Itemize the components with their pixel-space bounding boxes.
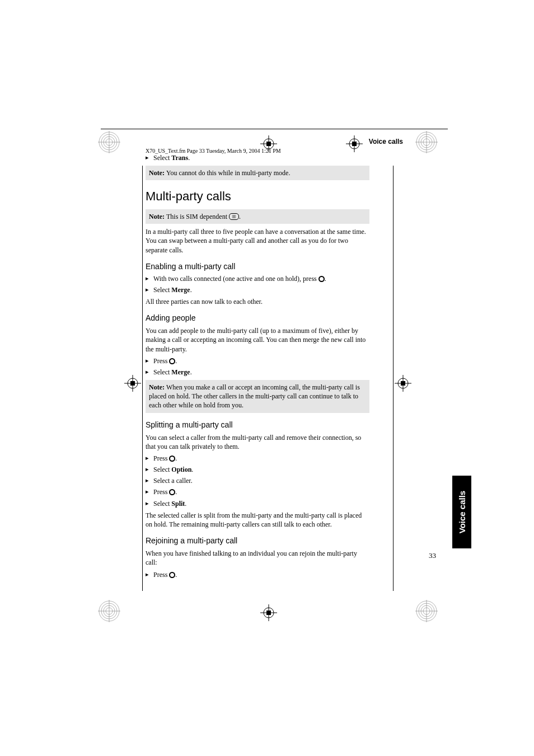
list-item: Select a caller. — [146, 476, 369, 485]
list-item: Select Option. — [146, 465, 369, 474]
list-item: Select Merge. — [146, 368, 369, 377]
list-item: Select Merge. — [146, 285, 369, 294]
list-item: Press . — [146, 570, 369, 579]
nav-key-icon — [169, 358, 175, 364]
heading-multi-party: Multi-party calls — [146, 188, 369, 205]
heading-splitting: Splitting a multi-party call — [146, 420, 369, 430]
paragraph: All three parties can now talk to each o… — [146, 297, 369, 306]
paragraph: In a multi-party call three to five peop… — [146, 227, 369, 255]
list-item: With two calls connected (one active and… — [146, 274, 369, 283]
paragraph: The selected caller is split from the mu… — [146, 511, 369, 529]
note-box: Note: When you make a call or accept an … — [146, 380, 369, 413]
paragraph: You can select a caller from the multi-p… — [146, 433, 369, 451]
note-box: Note: This is SIM dependent . — [146, 209, 369, 224]
page-number: 33 — [429, 551, 436, 560]
list-item: Press . — [146, 454, 369, 463]
heading-adding: Adding people — [146, 313, 369, 323]
nav-key-icon — [169, 489, 175, 495]
paragraph: When you have finished talking to an ind… — [146, 549, 369, 567]
page-content: Voice calls Select Trans. Note: You cann… — [101, 129, 448, 581]
registration-mark-icon — [98, 600, 120, 622]
paragraph: You can add people to the multi-party ca… — [146, 326, 369, 354]
registration-mark-icon — [415, 600, 438, 622]
list-item: Select Split. — [146, 499, 369, 508]
nav-key-icon — [318, 276, 325, 282]
nav-key-icon — [169, 456, 175, 462]
sim-icon — [229, 213, 239, 220]
nav-key-icon — [169, 572, 175, 578]
list-item: Press . — [146, 487, 369, 496]
page-header-title: Voice calls — [101, 138, 403, 145]
svg-rect-35 — [266, 611, 271, 615]
list-item: Select Trans. — [146, 153, 369, 162]
heading-enabling: Enabling a multi-party call — [146, 261, 369, 272]
heading-rejoining: Rejoining a multi-party call — [146, 536, 369, 546]
note-box: Note: You cannot do this while in multi-… — [146, 166, 369, 180]
section-tab: Voice calls — [452, 476, 471, 548]
list-item: Press . — [146, 356, 369, 365]
crosshair-icon — [260, 604, 277, 621]
